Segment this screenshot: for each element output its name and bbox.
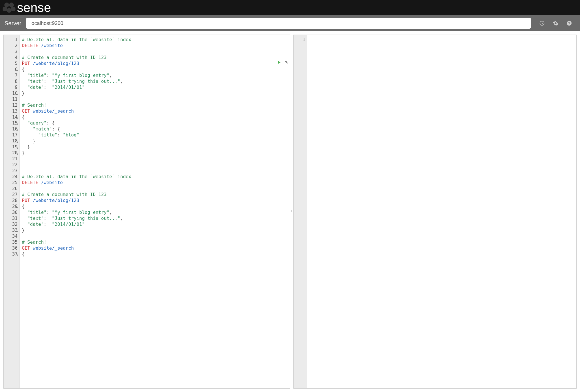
gutter-line: 6▼ <box>4 66 18 72</box>
app-header: sense <box>0 0 580 15</box>
gutter-line: 20▲ <box>4 150 18 156</box>
svg-text:?: ? <box>568 21 570 25</box>
code-line[interactable]: } <box>22 144 287 150</box>
pane-splitter[interactable]: ⋮ <box>290 35 293 389</box>
code-line[interactable]: "title": "My first blog entry", <box>22 209 287 215</box>
code-line[interactable]: "date": "2014/01/01" <box>22 221 287 227</box>
code-line[interactable]: } <box>22 138 287 144</box>
gutter-line: 17 <box>4 132 18 138</box>
code-line[interactable]: { <box>22 66 287 72</box>
code-line[interactable] <box>22 156 287 162</box>
code-line[interactable]: { <box>22 203 287 209</box>
gutter-line: 32 <box>4 221 18 227</box>
gutter-line: 4 <box>4 54 18 60</box>
logo-icon <box>2 1 16 14</box>
fold-open-icon[interactable]: ▼ <box>17 252 18 258</box>
gutter-line: 5 <box>4 60 18 66</box>
request-editor-pane: 123456▼78910▲11121314▼15▼16▼1718▲19▲20▲2… <box>3 35 290 389</box>
code-line[interactable] <box>310 37 574 43</box>
gutter-line: 14▼ <box>4 114 18 120</box>
help-icon[interactable]: ? <box>566 20 572 26</box>
gutter-line: 13 <box>4 108 18 114</box>
toolbar: Server ? <box>0 15 580 31</box>
code-line[interactable]: } <box>22 227 287 233</box>
gutter-line: 24 <box>4 174 18 180</box>
request-editor[interactable]: # Delete all data in the `website` index… <box>20 35 290 388</box>
gutter-line: 23 <box>4 168 18 174</box>
gutter-line: 3 <box>4 49 18 54</box>
code-line[interactable]: # Create a document with ID 123 <box>22 54 287 60</box>
code-line[interactable]: GET website/_search <box>22 245 287 251</box>
gutter-line: 2 <box>4 43 18 49</box>
gutter-line: 37▼ <box>4 251 18 257</box>
code-line[interactable]: "match": { <box>22 126 287 132</box>
response-gutter: 1 <box>294 35 307 388</box>
gutter-line: 1 <box>294 37 305 43</box>
svg-point-3 <box>7 8 12 13</box>
gutter-line: 18▲ <box>4 138 18 144</box>
code-line[interactable]: { <box>22 114 287 120</box>
settings-icon[interactable] <box>553 20 558 26</box>
code-line[interactable] <box>22 168 287 174</box>
gutter-line: 35 <box>4 239 18 245</box>
gutter-line: 10▲ <box>4 90 18 96</box>
gutter-line: 25 <box>4 180 18 186</box>
gutter-line: 1 <box>4 37 18 43</box>
gutter-line: 19▲ <box>4 144 18 150</box>
gutter-line: 28 <box>4 197 18 203</box>
code-line[interactable]: DELETE /website <box>22 43 287 49</box>
gutter-line: 26 <box>4 186 18 191</box>
svg-point-0 <box>4 3 9 7</box>
server-label: Server <box>5 20 21 27</box>
server-input[interactable] <box>26 18 531 29</box>
gutter-line: 11 <box>4 96 18 102</box>
gutter-line: 7 <box>4 72 18 78</box>
gutter-line: 30 <box>4 209 18 215</box>
gutter-line: 33▲ <box>4 227 18 233</box>
code-line[interactable]: # Create a document with ID 123 <box>22 191 287 197</box>
gutter-line: 34 <box>4 233 18 239</box>
code-line[interactable]: # Delete all data in the `website` index <box>22 37 287 43</box>
response-viewer[interactable] <box>307 35 576 388</box>
code-line[interactable] <box>22 49 287 54</box>
code-line[interactable]: "date": "2014/01/01" <box>22 84 287 90</box>
gutter-line: 21 <box>4 156 18 162</box>
code-line[interactable]: # Delete all data in the `website` index <box>22 174 287 180</box>
gutter-line: 31 <box>4 215 18 221</box>
gutter-line: 15▼ <box>4 120 18 126</box>
svg-point-1 <box>9 3 14 7</box>
gutter-line: 16▼ <box>4 126 18 132</box>
code-line[interactable]: PUT /website/blog/123 <box>22 60 287 66</box>
history-icon[interactable] <box>539 20 545 26</box>
code-line[interactable]: "text": "Just trying this out...", <box>22 78 287 84</box>
gutter-line: 9 <box>4 84 18 90</box>
code-line[interactable]: # Search! <box>22 102 287 108</box>
code-line[interactable]: "text": "Just trying this out...", <box>22 215 287 221</box>
code-line[interactable] <box>22 96 287 102</box>
code-line[interactable] <box>22 186 287 191</box>
code-line[interactable] <box>22 233 287 239</box>
code-line[interactable]: "title": "My first blog entry", <box>22 72 287 78</box>
code-line[interactable]: "title": "blog" <box>22 132 287 138</box>
editor-gutter: 123456▼78910▲11121314▼15▼16▼1718▲19▲20▲2… <box>4 35 20 388</box>
code-line[interactable]: # Search! <box>22 239 287 245</box>
gutter-line: 12 <box>4 102 18 108</box>
app-title: sense <box>17 1 51 15</box>
gutter-line: 36 <box>4 245 18 251</box>
code-line[interactable]: } <box>22 90 287 96</box>
gutter-line: 22 <box>4 162 18 168</box>
code-line[interactable]: { <box>22 251 287 257</box>
code-line[interactable]: "query": { <box>22 120 287 126</box>
response-pane: 1 <box>293 35 577 389</box>
code-line[interactable]: } <box>22 150 287 156</box>
gutter-line: 27 <box>4 191 18 197</box>
code-line[interactable] <box>22 162 287 168</box>
gutter-line: 8 <box>4 78 18 84</box>
code-line[interactable]: DELETE /website <box>22 180 287 186</box>
code-line[interactable]: GET website/_search <box>22 108 287 114</box>
main-area: 123456▼78910▲11121314▼15▼16▼1718▲19▲20▲2… <box>0 31 580 392</box>
code-line[interactable]: PUT /website/blog/123 <box>22 197 287 203</box>
gutter-line: 29▼ <box>4 203 18 209</box>
svg-point-4 <box>11 7 16 11</box>
svg-point-2 <box>3 7 7 11</box>
